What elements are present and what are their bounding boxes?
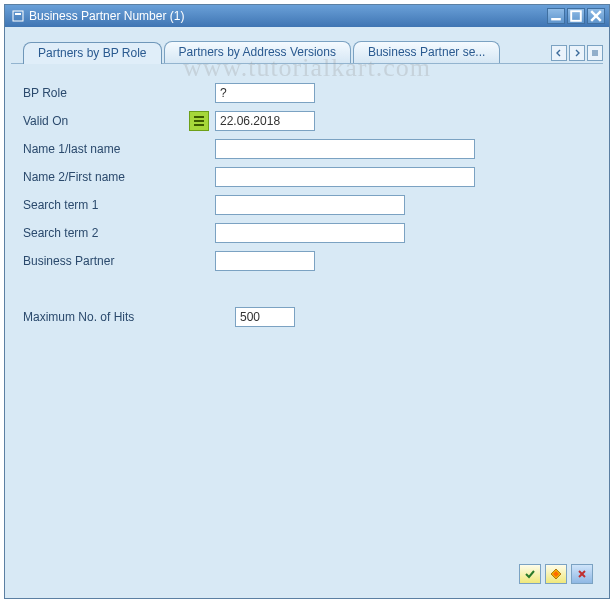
max-hits-input[interactable] [235,307,295,327]
search-help-icon [11,9,25,23]
svg-rect-3 [571,11,581,21]
tab-partners-by-address[interactable]: Partners by Address Versions [164,41,351,63]
tab-partners-by-role[interactable]: Partners by BP Role [23,42,162,64]
dialog-window: Business Partner Number (1) www.tutorial… [4,4,610,599]
label-name2: Name 2/First name [19,170,189,184]
tab-scroll-left[interactable] [551,45,567,61]
tab-label: Partners by BP Role [38,46,147,60]
label-name1: Name 1/last name [19,142,189,156]
valid-on-input[interactable] [215,111,315,131]
row-search2: Search term 2 [19,220,595,246]
search2-input[interactable] [215,223,405,243]
tab-list-button[interactable] [587,45,603,61]
tab-business-partner-search[interactable]: Business Partner se... [353,41,500,63]
new-search-button[interactable] [545,564,567,584]
maximize-button[interactable] [567,8,585,24]
titlebar: Business Partner Number (1) [5,5,609,27]
row-search1: Search term 1 [19,192,595,218]
label-valid-on: Valid On [19,114,189,128]
window-title: Business Partner Number (1) [29,9,547,23]
minimize-button[interactable] [547,8,565,24]
name2-input[interactable] [215,167,475,187]
confirm-button[interactable] [519,564,541,584]
label-search1: Search term 1 [19,198,189,212]
footer-buttons [519,564,593,584]
bp-role-input[interactable] [215,83,315,103]
close-button[interactable] [587,8,605,24]
tab-strip: Partners by BP Role Partners by Address … [5,27,609,63]
tab-nav [551,45,603,63]
label-bp-role: BP Role [19,86,189,100]
svg-rect-0 [13,11,23,21]
search1-input[interactable] [215,195,405,215]
row-valid-on: Valid On [19,108,595,134]
row-max-hits: Maximum No. of Hits [19,304,595,330]
business-partner-input[interactable] [215,251,315,271]
row-name1: Name 1/last name [19,136,595,162]
label-max-hits: Maximum No. of Hits [19,310,189,324]
tab-scroll-right[interactable] [569,45,585,61]
row-business-partner: Business Partner [19,248,595,274]
window-buttons [547,8,605,24]
date-picker-icon[interactable] [189,111,209,131]
close-dialog-button[interactable] [571,564,593,584]
tab-content: BP Role Valid On Name 1/last name Name 2… [11,63,603,592]
tab-label: Partners by Address Versions [179,45,336,59]
label-search2: Search term 2 [19,226,189,240]
name1-input[interactable] [215,139,475,159]
row-name2: Name 2/First name [19,164,595,190]
tab-label: Business Partner se... [368,45,485,59]
svg-rect-1 [15,13,21,15]
row-bp-role: BP Role [19,80,595,106]
label-business-partner: Business Partner [19,254,189,268]
